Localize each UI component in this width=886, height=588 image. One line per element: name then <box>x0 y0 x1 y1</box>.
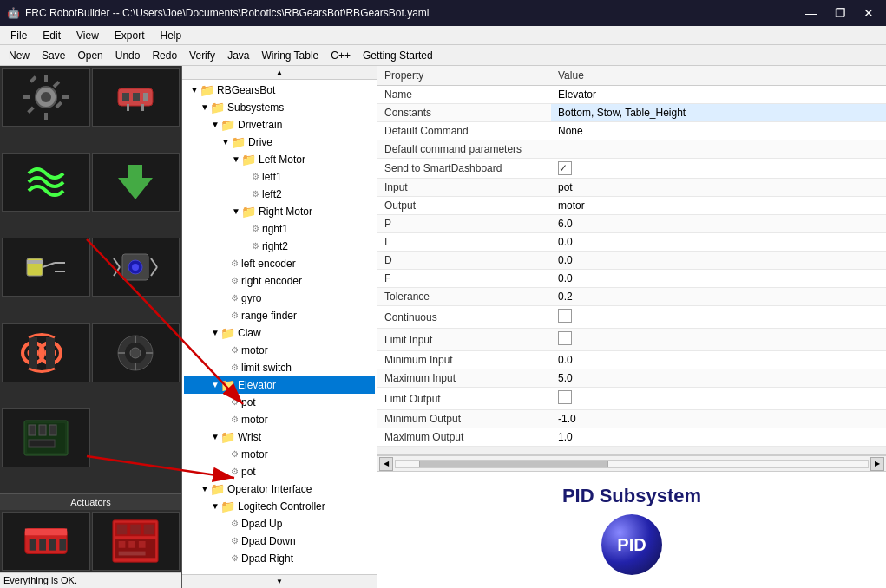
tree-row-rbgearsbot[interactable]: ▼ 📁 RBGearsBot <box>184 82 375 99</box>
scroll-left-arrow[interactable]: ◀ <box>379 457 393 471</box>
tree-scroll-down[interactable]: ▼ <box>182 574 377 588</box>
expand-left-motor[interactable]: ▼ <box>231 152 241 167</box>
tree-row-wrist-motor[interactable]: ⚙ motor <box>184 446 375 463</box>
tree-row-dpad-down[interactable]: ⚙ Dpad Down <box>184 532 375 550</box>
tree-row-logitech[interactable]: ▼ 📁 Logitech Controller <box>184 498 375 515</box>
minimize-button[interactable]: — <box>800 4 823 22</box>
expand-subsystems[interactable]: ▼ <box>200 100 210 115</box>
toolbar-wiring-table[interactable]: Wiring Table <box>256 48 324 63</box>
prop-value-7[interactable]: 6.0 <box>551 215 886 233</box>
tree-row-drive[interactable]: ▼ 📁 Drive <box>184 134 375 151</box>
prop-row-17: Minimum Output-1.0 <box>377 410 886 428</box>
tree-row-left1[interactable]: ⚙ left1 <box>184 168 375 186</box>
component-relay[interactable] <box>2 238 90 297</box>
tree-row-range-finder[interactable]: ⚙ range finder <box>184 307 375 324</box>
tree-row-left-encoder[interactable]: ⚙ left encoder <box>184 255 375 272</box>
tree-row-left2[interactable]: ⚙ left2 <box>184 186 375 203</box>
toolbar-new[interactable]: New <box>3 48 35 63</box>
tree-row-claw-motor[interactable]: ⚙ motor <box>184 342 375 359</box>
checkbox-12[interactable] <box>558 309 572 323</box>
label-right1: right1 <box>262 221 288 237</box>
prop-value-8[interactable]: 0.0 <box>551 233 886 252</box>
expand-drive[interactable]: ▼ <box>220 134 231 150</box>
tree-row-wrist[interactable]: ▼ 📁 Wrist <box>184 428 375 446</box>
tree-row-subsystems[interactable]: ▼ 📁 Subsystems <box>184 99 375 116</box>
tree-row-pot[interactable]: ⚙ pot <box>184 394 375 411</box>
tree-row-operator-interface[interactable]: ▼ 📁 Operator Interface <box>184 480 375 498</box>
tree-row-elevator-motor[interactable]: ⚙ motor <box>184 411 375 428</box>
expand-operator-interface[interactable]: ▼ <box>200 481 210 497</box>
component-ultrasonic[interactable] <box>92 238 180 297</box>
prop-value-0[interactable]: Elevator <box>551 86 886 104</box>
component-board1[interactable] <box>2 408 90 467</box>
actuator-motor[interactable] <box>2 512 90 571</box>
toolbar-open[interactable]: Open <box>72 48 108 63</box>
properties-scrollbar[interactable]: ◀ ▶ <box>377 455 886 471</box>
tree-row-gyro[interactable]: ⚙ gyro <box>184 290 375 307</box>
tree-row-wrist-pot[interactable]: ⚙ pot <box>184 463 375 480</box>
prop-value-3[interactable] <box>551 140 886 159</box>
prop-value-10[interactable]: 0.0 <box>551 270 886 288</box>
expand-wrist[interactable]: ▼ <box>210 429 220 445</box>
expand-logitech[interactable]: ▼ <box>210 499 220 514</box>
tree-row-limit-switch[interactable]: ⚙ limit switch <box>184 359 375 376</box>
prop-value-6[interactable]: motor <box>551 197 886 215</box>
tree-row-right1[interactable]: ⚙ right1 <box>184 220 375 238</box>
scroll-track[interactable] <box>395 460 869 468</box>
toolbar-getting-started[interactable]: Getting Started <box>358 48 438 63</box>
menu-edit[interactable]: Edit <box>36 28 68 43</box>
component-gear[interactable] <box>2 68 90 127</box>
prop-name-8: I <box>377 233 551 252</box>
expand-rbgearsbot[interactable]: ▼ <box>189 82 200 98</box>
expand-right-motor[interactable]: ▼ <box>231 204 241 219</box>
menu-view[interactable]: View <box>69 28 106 43</box>
tree-scroll-up[interactable]: ▲ <box>182 66 377 80</box>
prop-value-2[interactable]: None <box>551 122 886 140</box>
prop-value-14[interactable]: 0.0 <box>551 351 886 369</box>
tree-row-dpad-up[interactable]: ⚙ Dpad Up <box>184 515 375 532</box>
expand-elevator[interactable]: ▼ <box>210 377 220 393</box>
checkbox-4[interactable] <box>558 161 572 175</box>
close-button[interactable]: ✕ <box>858 4 879 22</box>
tree-row-left-motor[interactable]: ▼ 📁 Left Motor <box>184 151 375 168</box>
prop-row-18: Maximum Output1.0 <box>377 428 886 447</box>
label-rbgearsbot: RBGearsBot <box>217 82 275 98</box>
actuator-board[interactable] <box>92 512 180 571</box>
prop-value-5[interactable]: pot <box>551 179 886 197</box>
expand-claw[interactable]: ▼ <box>210 325 220 341</box>
tree-row-drivetrain[interactable]: ▼ 📁 Drivetrain <box>184 116 375 134</box>
prop-value-1[interactable]: Bottom, Stow, Table_Height <box>551 104 886 122</box>
menu-export[interactable]: Export <box>108 28 152 43</box>
tree-row-right-encoder[interactable]: ⚙ right encoder <box>184 272 375 290</box>
menu-file[interactable]: File <box>3 28 34 43</box>
toolbar-verify[interactable]: Verify <box>184 48 220 63</box>
toolbar-redo[interactable]: Redo <box>147 48 182 63</box>
component-sensor[interactable] <box>92 68 180 127</box>
scroll-right-arrow[interactable]: ▶ <box>870 457 884 471</box>
prop-value-17[interactable]: -1.0 <box>551 410 886 428</box>
toolbar-save[interactable]: Save <box>36 48 70 63</box>
restore-button[interactable]: ❐ <box>830 4 851 22</box>
tree-scroll-area[interactable]: ▼ 📁 RBGearsBot ▼ 📁 Subsystems <box>182 80 377 574</box>
prop-value-11[interactable]: 0.2 <box>551 288 886 306</box>
tree-row-claw[interactable]: ▼ 📁 Claw <box>184 324 375 342</box>
tree-row-right-motor[interactable]: ▼ 📁 Right Motor <box>184 203 375 220</box>
menu-help[interactable]: Help <box>154 28 189 43</box>
checkbox-16[interactable] <box>558 390 572 404</box>
component-motor-dark[interactable] <box>92 323 180 382</box>
prop-value-9[interactable]: 0.0 <box>551 252 886 270</box>
prop-value-18[interactable]: 1.0 <box>551 428 886 447</box>
toolbar-cpp[interactable]: C++ <box>325 48 356 63</box>
component-arrow-down[interactable] <box>92 153 180 212</box>
toolbar-undo[interactable]: Undo <box>110 48 146 63</box>
component-chain[interactable] <box>2 323 90 382</box>
prop-value-15[interactable]: 5.0 <box>551 369 886 388</box>
component-cable[interactable] <box>2 153 90 212</box>
checkbox-13[interactable] <box>558 331 572 345</box>
tree-row-elevator[interactable]: ▼ 📁 Elevator <box>184 376 375 394</box>
expand-drivetrain[interactable]: ▼ <box>210 117 220 133</box>
tree-row-right2[interactable]: ⚙ right2 <box>184 238 375 255</box>
toolbar-java[interactable]: Java <box>222 48 254 63</box>
scroll-thumb[interactable] <box>419 461 608 467</box>
tree-row-dpad-right[interactable]: ⚙ Dpad Right <box>184 550 375 567</box>
